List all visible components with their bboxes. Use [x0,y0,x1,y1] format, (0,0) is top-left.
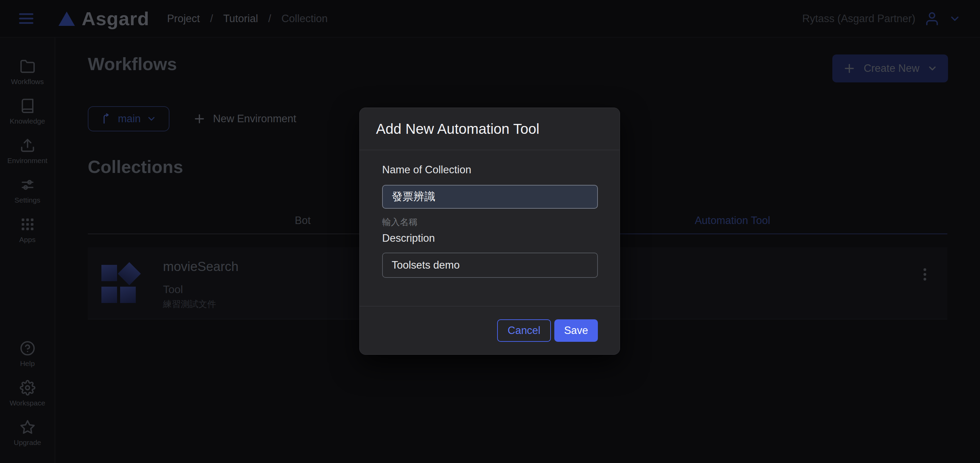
user-avatar-icon[interactable] [924,11,940,27]
modal-title: Add New Automation Tool [376,121,539,137]
card-kebab-menu-icon[interactable] [918,264,932,284]
logo-triangle-icon [59,11,75,26]
asgard-logo[interactable]: Asgard [59,8,150,30]
create-new-label: Create New [864,62,920,75]
gear-icon [20,380,35,396]
book-icon [20,98,35,114]
breadcrumb-tutorial[interactable]: Tutorial [223,13,258,25]
cancel-button[interactable]: Cancel [497,319,551,342]
chevron-down-icon [146,114,156,124]
modal-footer: Cancel Save [360,306,620,354]
user-org-label: Rytass (Asgard Partner) [802,13,916,25]
collection-card-type: Tool [163,283,183,296]
breadcrumb-separator: / [210,13,213,25]
sidebar-top-group: Workflows Knowledge Environment Settings… [0,59,55,244]
plus-icon [843,62,856,75]
sidebar-item-settings[interactable]: Settings [0,177,55,204]
branch-icon [101,113,112,125]
app-root: Asgard Project / Tutorial / Collection R… [0,0,980,463]
save-button[interactable]: Save [554,319,598,342]
modal-body: Name of Collection 輸入名稱 Description [360,150,620,278]
name-of-collection-label: Name of Collection [382,164,598,176]
breadcrumb: Project / Tutorial / Collection [167,13,328,25]
sidebar-bottom-group: Help Workspace Upgrade [0,340,55,447]
sidebar-item-label: Settings [14,196,40,204]
sidebar-item-workflows[interactable]: Workflows [0,59,55,86]
sidebar-item-knowledge[interactable]: Knowledge [0,98,55,125]
sidebar-item-environment[interactable]: Environment [0,137,55,165]
sidebar-item-upgrade[interactable]: Upgrade [0,420,55,447]
sliders-icon [20,177,35,193]
collections-title: Collections [88,156,183,177]
sidebar-item-label: Upgrade [14,439,41,447]
upload-icon [20,137,35,153]
sidebar-item-help[interactable]: Help [0,340,55,368]
plus-icon [192,112,206,126]
user-menu-chevron-down-icon[interactable] [949,13,961,25]
chevron-down-icon [927,63,938,74]
new-environment-label: New Environment [213,113,296,125]
logo-text: Asgard [82,8,150,30]
name-helper-text: 輸入名稱 [382,216,598,228]
add-automation-tool-modal: Add New Automation Tool Name of Collecti… [360,108,620,355]
breadcrumb-separator: / [268,13,271,25]
collection-shapes-icon [102,263,146,306]
question-circle-icon [20,340,35,356]
star-icon [20,420,35,435]
sidebar-item-label: Help [20,359,35,368]
new-environment-button[interactable]: New Environment [192,106,296,131]
grid-dots-icon [20,217,35,232]
sidebar-nav: Workflows Knowledge Environment Settings… [0,37,55,463]
folder-icon [20,59,35,74]
page-title: Workflows [88,54,177,74]
create-new-button[interactable]: Create New [832,54,948,82]
branch-name-label: main [118,113,140,125]
sidebar-item-label: Environment [8,156,48,165]
description-input[interactable] [382,252,598,278]
sidebar-item-workspace[interactable]: Workspace [0,380,55,407]
collection-card-title: movieSearch [163,259,239,274]
collection-name-input[interactable] [382,185,598,209]
sidebar-item-apps[interactable]: Apps [0,217,55,244]
sidebar-item-label: Knowledge [10,117,45,125]
hamburger-menu-icon[interactable] [19,13,33,24]
modal-header: Add New Automation Tool [360,108,620,150]
sidebar-item-label: Workflows [11,78,43,86]
top-header: Asgard Project / Tutorial / Collection R… [0,0,980,37]
description-label: Description [382,232,598,244]
breadcrumb-project[interactable]: Project [167,13,200,25]
branch-selector-button[interactable]: main [88,106,169,131]
sidebar-item-label: Apps [19,236,36,244]
collection-card-description: 練習測試文件 [163,298,216,310]
sidebar-item-label: Workspace [10,399,45,407]
header-user-area: Rytass (Asgard Partner) [802,11,961,27]
breadcrumb-collection: Collection [282,13,328,25]
